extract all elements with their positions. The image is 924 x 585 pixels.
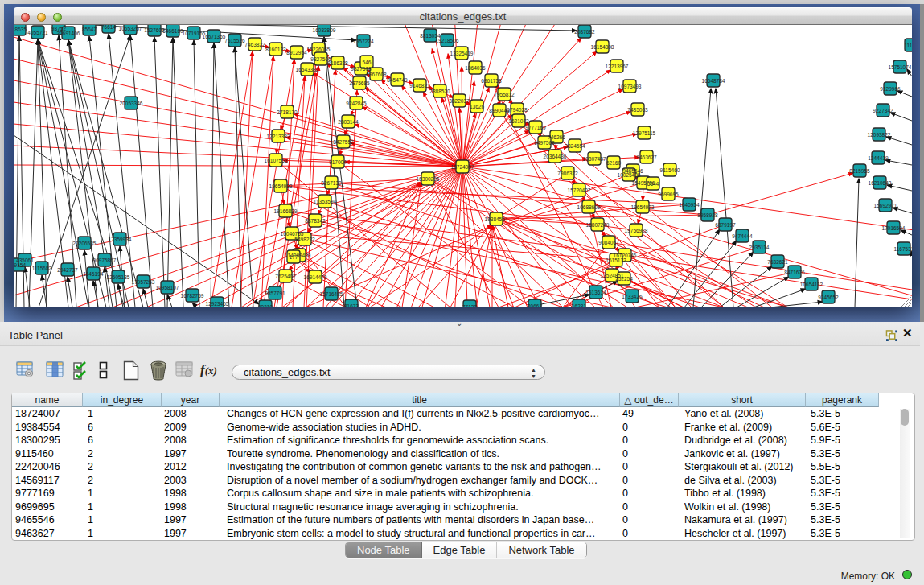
svg-text:4055721: 4055721 <box>27 30 48 35</box>
svg-text:7986372: 7986372 <box>557 171 578 176</box>
svg-text:9146821: 9146821 <box>409 83 430 89</box>
svg-text:20053346: 20053346 <box>120 101 143 106</box>
svg-text:18635: 18635 <box>14 27 27 32</box>
svg-text:15751074: 15751074 <box>889 64 912 70</box>
svg-text:12975115: 12975115 <box>633 130 656 136</box>
svg-text:20206535: 20206535 <box>73 241 97 246</box>
svg-text:16648784: 16648784 <box>702 78 725 84</box>
svg-text:81673: 81673 <box>344 303 359 308</box>
svg-text:76614: 76614 <box>101 25 116 30</box>
svg-text:19654933: 19654933 <box>269 183 293 189</box>
svg-text:12213382: 12213382 <box>267 134 290 139</box>
svg-text:1167531: 1167531 <box>894 246 912 252</box>
svg-text:1527602: 1527602 <box>144 27 165 33</box>
svg-text:1115682: 1115682 <box>32 266 52 271</box>
svg-text:9245652: 9245652 <box>818 295 839 300</box>
svg-text:8454749: 8454749 <box>387 77 408 83</box>
svg-text:10807487: 10807487 <box>583 156 606 162</box>
svg-text:1244419: 1244419 <box>868 155 889 161</box>
svg-text:15226055: 15226055 <box>307 47 331 52</box>
svg-text:7515526: 7515526 <box>224 38 245 43</box>
svg-text:1621072: 1621072 <box>508 118 529 124</box>
svg-text:10958107: 10958107 <box>156 285 179 290</box>
svg-text:8267130: 8267130 <box>321 180 342 186</box>
svg-text:7485063: 7485063 <box>627 107 648 113</box>
svg-text:6497568: 6497568 <box>534 140 555 146</box>
svg-text:6879197: 6879197 <box>715 222 736 228</box>
svg-text:7357224: 7357224 <box>353 39 374 44</box>
svg-text:8471676: 8471676 <box>784 270 805 275</box>
svg-text:10025438: 10025438 <box>618 172 641 178</box>
svg-text:18300295: 18300295 <box>417 176 440 182</box>
svg-text:9227342: 9227342 <box>873 108 893 113</box>
svg-text:15720407: 15720407 <box>568 187 591 193</box>
svg-text:77130: 77130 <box>462 304 477 308</box>
svg-text:19218506: 19218506 <box>436 38 459 43</box>
svg-text:12093822: 12093822 <box>868 132 891 138</box>
svg-text:3875685: 3875685 <box>349 80 370 86</box>
svg-text:19654923: 19654923 <box>631 204 655 210</box>
svg-text:16046755: 16046755 <box>281 231 304 237</box>
svg-text:2935114: 2935114 <box>749 245 770 250</box>
svg-text:19384554: 19384554 <box>485 216 508 222</box>
svg-text:8878342: 8878342 <box>305 218 326 224</box>
svg-text:19756928: 19756928 <box>625 228 648 233</box>
svg-text:12505135: 12505135 <box>107 274 130 280</box>
svg-text:9857791: 9857791 <box>265 290 285 296</box>
svg-text:746266: 746266 <box>548 134 565 140</box>
svg-text:16914479: 16914479 <box>304 274 327 280</box>
svg-text:6961758: 6961758 <box>481 78 502 84</box>
svg-text:177: 177 <box>290 254 298 260</box>
svg-text:20691406: 20691406 <box>57 31 80 36</box>
svg-text:85647: 85647 <box>82 27 97 32</box>
svg-text:2718170: 2718170 <box>277 109 298 115</box>
svg-text:13626: 13626 <box>470 104 484 109</box>
svg-text:252254: 252254 <box>615 276 633 282</box>
svg-text:15716485: 15716485 <box>320 291 343 297</box>
svg-text:9463627: 9463627 <box>636 154 657 160</box>
svg-text:16671355: 16671355 <box>203 34 226 39</box>
svg-text:2967608: 2967608 <box>366 72 387 77</box>
svg-text:7463822: 7463822 <box>244 42 265 47</box>
svg-text:16210643: 16210643 <box>869 180 892 186</box>
svg-text:9084067: 9084067 <box>598 240 619 245</box>
svg-text:6466160: 6466160 <box>162 28 183 34</box>
svg-text:5498222: 5498222 <box>294 237 315 242</box>
svg-text:39154: 39154 <box>14 262 26 268</box>
svg-text:90975867: 90975867 <box>93 257 117 263</box>
svg-text:11124: 11124 <box>904 43 912 48</box>
svg-text:9827508: 9827508 <box>351 66 372 72</box>
svg-text:17957253: 17957253 <box>132 279 155 285</box>
svg-text:9474444: 9474444 <box>732 233 753 239</box>
svg-text:10973493: 10973493 <box>618 84 642 89</box>
svg-text:546: 546 <box>363 60 372 65</box>
svg-text:16107553: 16107553 <box>265 158 288 163</box>
svg-text:8186328: 8186328 <box>327 60 348 66</box>
svg-text:8958928: 8958928 <box>697 212 718 218</box>
svg-text:10654112: 10654112 <box>800 282 823 287</box>
svg-text:1864036: 1864036 <box>465 65 486 71</box>
svg-text:20662: 20662 <box>528 303 542 308</box>
svg-text:10653267: 10653267 <box>119 26 142 31</box>
svg-text:17359934: 17359934 <box>109 237 132 242</box>
svg-text:1145194: 1145194 <box>84 271 104 277</box>
svg-text:5644: 5644 <box>647 181 659 187</box>
svg-text:16231: 16231 <box>572 303 586 308</box>
svg-text:16782759: 16782759 <box>181 293 204 299</box>
svg-text:9699695: 9699695 <box>658 192 679 197</box>
svg-text:8215955: 8215955 <box>849 168 870 174</box>
svg-text:2087682: 2087682 <box>574 29 595 35</box>
svg-text:2942737: 2942737 <box>57 267 78 273</box>
svg-text:7632621: 7632621 <box>767 259 788 265</box>
svg-text:3824554: 3824554 <box>565 143 585 149</box>
svg-text:435061: 435061 <box>16 257 34 263</box>
svg-text:8427552: 8427552 <box>333 139 354 145</box>
svg-text:18724007: 18724007 <box>451 164 474 170</box>
svg-text:1615132: 1615132 <box>606 257 626 263</box>
svg-text:1513614: 1513614 <box>585 290 606 295</box>
svg-text:10688609: 10688609 <box>577 204 601 210</box>
svg-text:17016504: 17016504 <box>882 225 906 231</box>
svg-text:11353594: 11353594 <box>314 199 337 204</box>
svg-text:20364436: 20364436 <box>544 154 567 159</box>
svg-text:9777169: 9777169 <box>525 125 546 130</box>
